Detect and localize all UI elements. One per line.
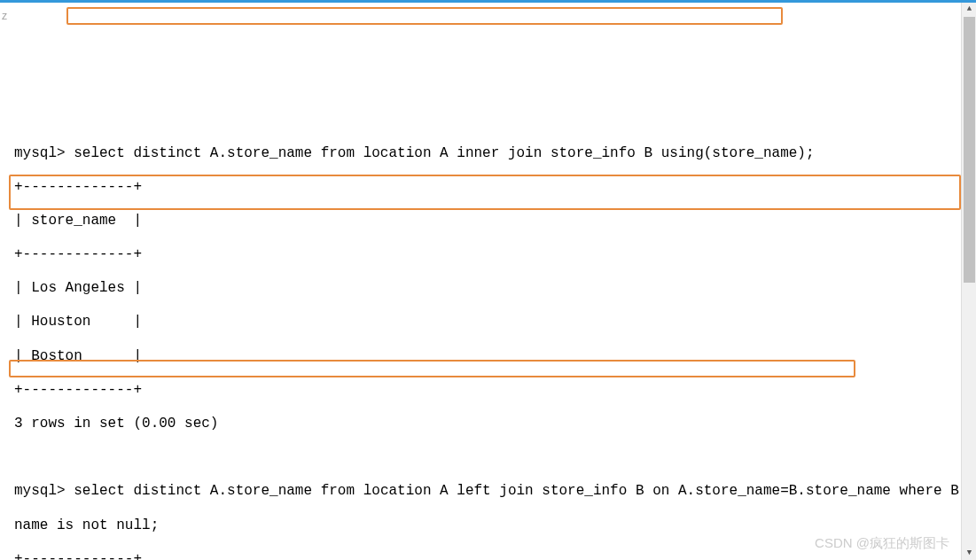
highlight-box xyxy=(66,7,783,25)
terminal-output: mysql> select distinct A.store_name from… xyxy=(14,128,962,560)
table-separator: +-------------+ xyxy=(14,246,962,263)
scrollbar-down-icon[interactable]: ▼ xyxy=(963,547,976,560)
table-row: | Los Angeles | xyxy=(14,280,962,297)
table-row: | Houston | xyxy=(14,314,962,331)
query-line-1: mysql> select distinct A.store_name from… xyxy=(14,145,962,162)
blank-line xyxy=(14,449,962,466)
table-row: | Boston | xyxy=(14,348,962,365)
prompt: mysql> xyxy=(14,483,66,499)
table-separator: +-------------+ xyxy=(14,179,962,196)
query-line-2b: name is not null; xyxy=(14,517,962,534)
table-separator: +-------------+ xyxy=(14,382,962,399)
scrollbar[interactable]: ▲ ▼ xyxy=(961,3,976,560)
query-line-2a: mysql> select distinct A.store_name from… xyxy=(14,483,962,500)
window-top-border xyxy=(0,0,976,3)
table-header: | store_name | xyxy=(14,213,962,229)
result-line: 3 rows in set (0.00 sec) xyxy=(14,416,962,432)
left-edge-char: Z xyxy=(2,12,7,23)
sql-query-2a: select distinct A.store_name from locati… xyxy=(74,483,976,499)
scrollbar-up-icon[interactable]: ▲ xyxy=(963,3,976,16)
sql-query-1: select distinct A.store_name from locati… xyxy=(66,145,815,161)
table-separator: +-------------+ xyxy=(14,551,962,560)
scrollbar-thumb[interactable] xyxy=(964,17,975,283)
prompt: mysql> xyxy=(14,145,66,161)
